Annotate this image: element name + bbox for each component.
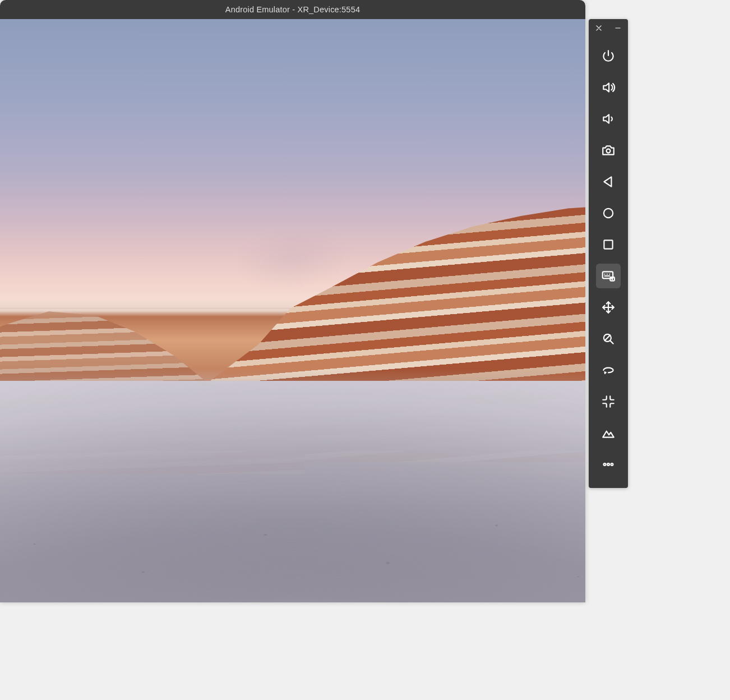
svg-rect-2 xyxy=(604,240,612,248)
triangle-left-icon xyxy=(601,174,616,189)
svg-point-6 xyxy=(604,463,606,466)
window-controls-row xyxy=(589,19,628,37)
overview-button[interactable] xyxy=(596,232,621,257)
power-icon xyxy=(601,49,616,63)
svg-point-1 xyxy=(604,209,613,218)
rotate-view-button[interactable] xyxy=(596,358,621,383)
square-icon xyxy=(601,237,616,252)
close-icon xyxy=(595,24,603,32)
rotate-3d-icon xyxy=(601,363,616,377)
volume-down-button[interactable] xyxy=(596,107,621,131)
keyboard-icon xyxy=(601,269,616,283)
window-title: Android Emulator - XR_Device:5554 xyxy=(225,5,360,14)
screenshot-button[interactable] xyxy=(596,138,621,163)
power-button[interactable] xyxy=(596,44,621,68)
collapse-icon xyxy=(601,394,616,409)
volume-down-icon xyxy=(601,112,616,126)
emulator-viewport[interactable] xyxy=(0,19,585,602)
zoom-disabled-icon xyxy=(601,331,616,346)
close-button[interactable] xyxy=(592,21,606,35)
emulator-window: Android Emulator - XR_Device:5554 xyxy=(0,0,585,602)
scene-rock-foreground xyxy=(0,381,585,602)
move-arrows-icon xyxy=(601,300,616,315)
reset-view-button[interactable] xyxy=(596,389,621,414)
titlebar[interactable]: Android Emulator - XR_Device:5554 xyxy=(0,0,585,19)
circle-icon xyxy=(601,206,616,220)
volume-up-button[interactable] xyxy=(596,75,621,100)
toolbar-button-list xyxy=(589,37,628,480)
svg-point-7 xyxy=(607,463,609,466)
zoom-button[interactable] xyxy=(596,326,621,351)
more-horizontal-icon xyxy=(601,457,616,472)
landscape-icon xyxy=(601,426,616,440)
move-button[interactable] xyxy=(596,295,621,320)
virtual-scene-button[interactable] xyxy=(596,421,621,445)
volume-up-icon xyxy=(601,80,616,95)
back-button[interactable] xyxy=(596,169,621,194)
svg-point-8 xyxy=(611,463,613,466)
home-button[interactable] xyxy=(596,201,621,225)
minimize-button[interactable] xyxy=(611,21,625,35)
more-options-button[interactable] xyxy=(596,452,621,477)
minimize-icon xyxy=(614,24,622,32)
svg-point-0 xyxy=(607,149,611,153)
camera-icon xyxy=(601,143,616,158)
keyboard-input-button[interactable] xyxy=(596,264,621,288)
emulator-side-toolbar xyxy=(589,19,628,488)
